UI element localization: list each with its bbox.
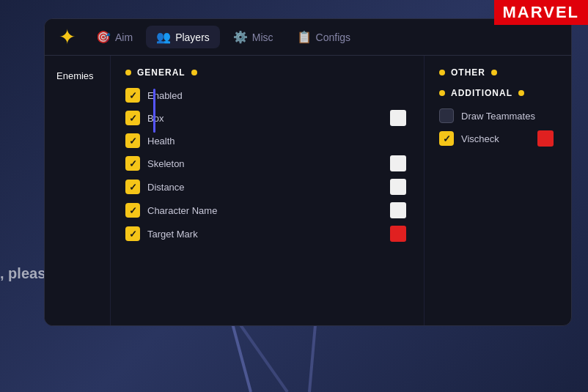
option-left-box: ✓ Box — [125, 111, 163, 125]
option-left-distance: ✓ Distance — [125, 180, 185, 194]
option-left-character-name: ✓ Character Name — [125, 203, 217, 218]
option-row-skeleton: ✓ Skeleton — [125, 155, 409, 171]
misc-icon: ⚙️ — [233, 30, 248, 44]
nav-item-misc[interactable]: ⚙️ Misc — [223, 26, 284, 48]
marvel-logo: MARVEL — [494, 0, 589, 25]
label-skeleton: Skeleton — [147, 158, 185, 169]
checkbox-skeleton[interactable]: ✓ — [125, 156, 140, 171]
checkbox-draw-teammates[interactable] — [439, 108, 454, 123]
label-box: Box — [147, 113, 163, 124]
label-draw-teammates: Draw Teammates — [461, 111, 535, 122]
option-row-distance: ✓ Distance — [125, 179, 409, 195]
checkbox-health[interactable]: ✓ — [125, 133, 140, 148]
option-row-target-mark: ✓ Target Mark — [125, 226, 409, 242]
content-area: Enemies GENERAL ✓ Enabled — [45, 56, 571, 325]
nav-bar: ✦ 🎯 Aim 👥 Players ⚙️ Misc 📋 Configs — [45, 19, 571, 56]
label-health: Health — [147, 136, 175, 147]
additional-dot-right — [518, 90, 524, 96]
nav-label-players: Players — [175, 32, 210, 43]
option-row-health: ✓ Health — [125, 133, 409, 148]
nav-label-misc: Misc — [252, 32, 273, 43]
players-icon: 👥 — [156, 30, 171, 44]
other-section-header: OTHER — [439, 67, 556, 78]
left-panel-general: GENERAL ✓ Enabled ✓ Box — [111, 56, 425, 325]
other-title: OTHER — [451, 67, 485, 78]
option-left-skeleton: ✓ Skeleton — [125, 156, 185, 171]
general-dot-right — [191, 70, 197, 75]
option-row-character-name: ✓ Character Name — [125, 202, 409, 218]
option-left-draw-teammates: Draw Teammates — [439, 108, 535, 123]
swatch-vischeck[interactable] — [537, 130, 554, 147]
star-icon: ✦ — [59, 25, 76, 49]
checkbox-character-name[interactable]: ✓ — [125, 203, 140, 218]
option-row-vischeck: ✓ Vischeck — [439, 130, 556, 147]
right-panel-other: OTHER ADDITIONAL Draw Teammates — [425, 56, 571, 325]
additional-section-header: ADDITIONAL — [439, 88, 556, 98]
other-dot-right — [491, 70, 497, 75]
nav-item-configs[interactable]: 📋 Configs — [287, 26, 361, 48]
swatch-skeleton[interactable] — [390, 155, 406, 171]
checkbox-target-mark[interactable]: ✓ — [125, 226, 140, 241]
nav-item-aim[interactable]: 🎯 Aim — [86, 26, 143, 48]
nav-label-aim: Aim — [115, 32, 133, 43]
swatch-distance[interactable] — [390, 179, 406, 195]
general-title: GENERAL — [137, 67, 185, 78]
option-left-vischeck: ✓ Vischeck — [439, 131, 499, 146]
checkbox-vischeck[interactable]: ✓ — [439, 131, 454, 146]
checkbox-box[interactable]: ✓ — [125, 111, 140, 125]
option-row-enabled: ✓ Enabled — [125, 88, 409, 103]
option-row-box: ✓ Box — [125, 110, 409, 126]
swatch-character-name[interactable] — [390, 202, 406, 218]
sidebar-divider — [153, 89, 155, 133]
nav-label-configs: Configs — [316, 32, 350, 43]
general-section-header: GENERAL — [125, 67, 409, 78]
left-sidebar: Enemies — [45, 56, 111, 325]
option-row-draw-teammates: Draw Teammates — [439, 108, 556, 123]
nav-item-players[interactable]: 👥 Players — [146, 26, 220, 48]
option-left-target-mark: ✓ Target Mark — [125, 226, 198, 241]
option-left-health: ✓ Health — [125, 133, 175, 148]
additional-title: ADDITIONAL — [451, 88, 512, 98]
label-distance: Distance — [147, 182, 185, 193]
label-character-name: Character Name — [147, 205, 217, 216]
general-dot — [125, 70, 131, 75]
label-vischeck: Vischeck — [461, 133, 499, 144]
label-target-mark: Target Mark — [147, 229, 198, 240]
sidebar-item-enemies[interactable]: Enemies — [52, 67, 103, 84]
nav-logo: ✦ — [51, 21, 83, 53]
configs-icon: 📋 — [297, 30, 312, 44]
other-dot — [439, 70, 445, 75]
additional-header: ADDITIONAL — [439, 88, 556, 98]
swatch-box[interactable] — [390, 110, 406, 126]
swatch-target-mark[interactable] — [390, 226, 406, 242]
main-panel: ✦ 🎯 Aim 👥 Players ⚙️ Misc 📋 Configs Enem… — [44, 18, 572, 326]
aim-icon: 🎯 — [96, 30, 111, 44]
checkbox-distance[interactable]: ✓ — [125, 180, 140, 194]
checkbox-enabled[interactable]: ✓ — [125, 88, 140, 103]
additional-dot — [439, 90, 445, 96]
